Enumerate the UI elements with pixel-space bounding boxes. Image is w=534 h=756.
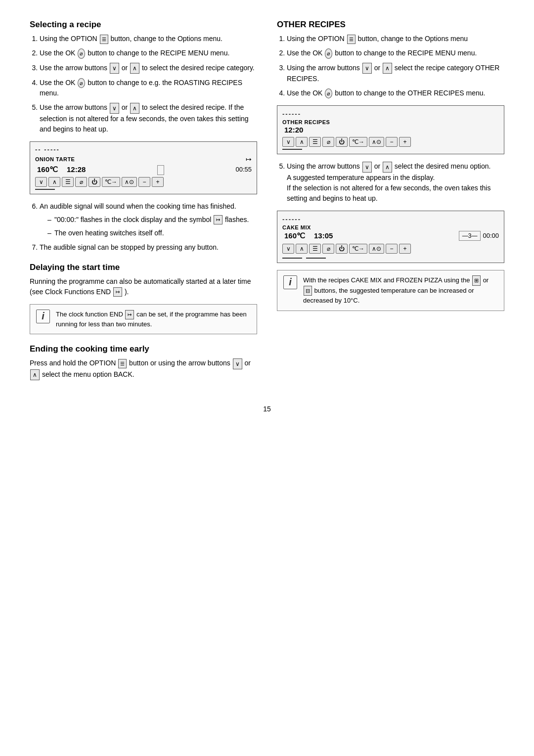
arrow-down-r3: ∨: [362, 63, 372, 74]
display-middle-r1: 12:20: [282, 126, 499, 134]
btn-option-r2: ☰: [309, 244, 321, 254]
steps-6-7: An audible signal will sound when the co…: [30, 201, 257, 253]
step-1: Using the OPTION ☰ button, change to the…: [40, 34, 257, 44]
display-dashes-row-r2: ------: [282, 215, 499, 223]
display-time-r2: 13:05: [314, 231, 333, 240]
display-label-r2: CAKE MIX: [282, 224, 311, 230]
display-dashes-r2: ------: [282, 216, 301, 223]
display-box-other-recipes: ------ OTHER RECIPES 12:20 ∨ ∧ ☰ ⌀ ⏻ ℃→ …: [277, 105, 504, 154]
btn-power-r2: ⏻: [336, 244, 348, 254]
display-extra-r2: —3—: [459, 231, 481, 241]
btn-temp-1: ℃→: [102, 177, 120, 187]
arrow-down-icon-2: ∨: [110, 103, 119, 114]
r-steps-5: Using the arrow buttons ∨ or ∧ select th…: [277, 161, 504, 203]
ending-cooking-title: Ending the cooking time early: [30, 344, 257, 354]
page-number: 15: [30, 405, 504, 413]
btn-ok-r2: ⌀: [322, 244, 334, 254]
underline-a: [282, 258, 302, 259]
display-dashes-r1: ------: [282, 110, 301, 118]
info-box-2: i With the recipes CAKE MIX and FROZEN P…: [277, 270, 504, 311]
btn-power-r1: ⏻: [336, 137, 348, 147]
end-icon-1: ↦: [113, 287, 122, 297]
sub-steps: "00:00:" flashes in the clock display an…: [40, 215, 257, 238]
ok-icon-r2: ⌀: [325, 48, 332, 59]
btn-temp-r1: ℃→: [349, 137, 367, 147]
info-icon-2: i: [283, 275, 297, 289]
btn-power-1: ⏻: [89, 177, 100, 187]
btn-down-1: ∨: [35, 177, 47, 187]
arrow-down-r5: ∨: [362, 162, 372, 173]
left-column: Selecting a recipe Using the OPTION ☰ bu…: [30, 20, 257, 390]
underline-b: [306, 258, 326, 259]
option-icon-2: ☰: [118, 359, 127, 368]
sub-step-2: The oven heating switches itself off.: [47, 228, 257, 238]
ok-icon-r4: ⌀: [325, 89, 332, 99]
display-top-1: -- -----: [35, 146, 252, 153]
end-symbol-1: ↦: [214, 215, 222, 224]
display-label-row-1: ONION TARTE ↦: [35, 155, 252, 163]
ok-icon-2: ⌀: [78, 78, 85, 89]
step-7: The audible signal can be stopped by pre…: [40, 242, 257, 253]
step-6: An audible signal will sound when the co…: [40, 201, 257, 238]
btn-option-r1: ☰: [309, 137, 321, 147]
option-icon-r1: ☰: [347, 35, 356, 44]
btn-ok-1: ⌀: [75, 177, 87, 187]
step-5: Use the arrow buttons ∨ or ∧ to select t…: [40, 102, 257, 134]
info-text-2: With the recipes CAKE MIX and FROZEN PIZ…: [303, 275, 498, 306]
arrow-down-icon-3: ∨: [233, 358, 242, 369]
btn-temp-r2: ℃→: [349, 244, 367, 254]
step-2: Use the OK ⌀ button to change to the REC…: [40, 48, 257, 59]
btn-ok-r1: ⌀: [322, 137, 334, 147]
sub-step-1: "00:00:" flashes in the clock display an…: [47, 215, 257, 225]
display-underline-1: [35, 189, 55, 190]
display-dashes-1: -- -----: [35, 146, 60, 153]
other-recipes-steps: Using the OPTION ☰ button, change to the…: [277, 34, 504, 98]
arrow-down-icon: ∨: [110, 63, 119, 74]
btn-minus-r1: −: [386, 137, 398, 147]
display-arrow-1: ↦: [246, 155, 252, 163]
btn-plus-1: +: [152, 177, 164, 187]
arrow-up-icon: ∧: [130, 63, 139, 74]
display-buttons-1: ∨ ∧ ☰ ⌀ ⏻ ℃→ ∧⊙ − +: [35, 177, 252, 187]
display-buttons-r1: ∨ ∧ ☰ ⌀ ⏻ ℃→ ∧⊙ − +: [282, 137, 499, 147]
step-3: Use the arrow buttons ∨ or ∧ to select t…: [40, 63, 257, 74]
arrow-up-r5: ∧: [383, 162, 392, 173]
btn-up-r2: ∧: [296, 244, 308, 254]
display-time-1: 12:28: [67, 165, 86, 174]
display-extra-time-1: 00:55: [235, 166, 252, 173]
display-buttons-r2: ∨ ∧ ☰ ⌀ ⏻ ℃→ ∧⊙ − +: [282, 244, 499, 254]
btn-fan-r1: ∧⊙: [369, 137, 384, 147]
other-recipes-section: OTHER RECIPES Using the OPTION ☰ button,…: [277, 20, 504, 311]
r-step-5: Using the arrow buttons ∨ or ∧ select th…: [287, 161, 504, 203]
btn-down-r2: ∨: [282, 244, 294, 254]
display-time-r1: 12:20: [284, 126, 303, 134]
delaying-start-text: Running the programme can also be automa…: [30, 276, 257, 297]
info-icon-1: i: [36, 310, 50, 323]
display-underline-r1: [282, 149, 302, 150]
display-extra-time-r2: 00:00: [483, 232, 499, 239]
btn-up-1: ∧: [48, 177, 60, 187]
btn-fan-r2: ∧⊙: [369, 244, 384, 254]
r-step-3: Using the arrow buttons ∨ or ∧ select th…: [287, 63, 504, 84]
delaying-start-section: Delaying the start time Running the prog…: [30, 263, 257, 335]
r-step-4: Use the OK ⌀ button to change to the OTH…: [287, 88, 504, 99]
btn-minus-1: −: [138, 177, 150, 187]
step-4: Use the OK ⌀ button to change to e.g. th…: [40, 78, 257, 99]
btn-plus-r1: +: [399, 137, 411, 147]
selecting-recipe-title: Selecting a recipe: [30, 20, 257, 30]
ok-icon: ⌀: [78, 48, 85, 59]
display-label-r1: OTHER RECIPES: [282, 119, 330, 125]
arrow-up-icon-3: ∧: [30, 369, 40, 380]
display-temp-r2: 160℃: [284, 231, 305, 240]
r-step-5-sub2: If the selection is not altered for a fe…: [287, 184, 490, 202]
btn-fan-1: ∧⊙: [122, 177, 137, 187]
page-container: Selecting a recipe Using the OPTION ☰ bu…: [30, 20, 504, 390]
display-dashes-row-r1: ------: [282, 110, 499, 118]
right-column: OTHER RECIPES Using the OPTION ☰ button,…: [277, 20, 504, 390]
r-step-1: Using the OPTION ☰ button, change to the…: [287, 34, 504, 44]
display-box-cake-mix: ------ CAKE MIX 160℃ 13:05 —3— 00:00 ∨ ∧: [277, 211, 504, 263]
arrow-up-icon-2: ∧: [130, 103, 139, 114]
display-middle-1: 160℃ 12:28 00:55: [35, 165, 252, 174]
r-step-2: Use the OK ⌀ button to change to the REC…: [287, 48, 504, 59]
info-text-1: The clock function END ↦ can be set, if …: [56, 310, 251, 329]
